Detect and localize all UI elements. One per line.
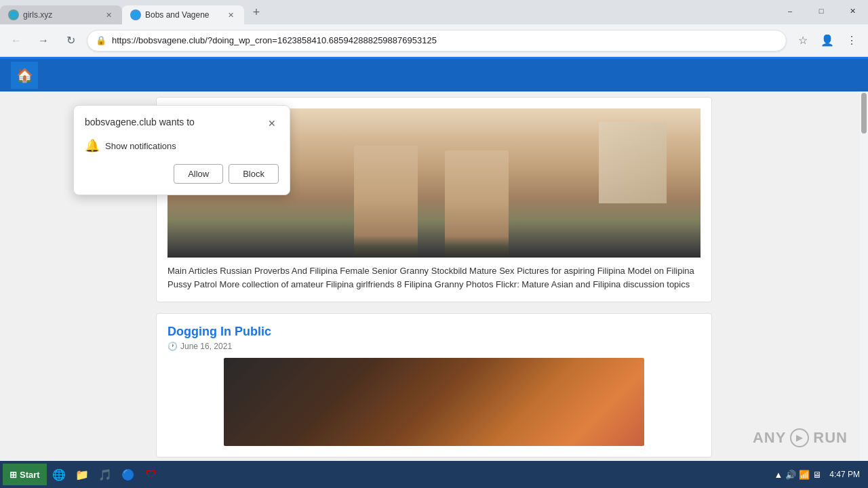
tab-bobs-vagene[interactable]: 🌐 Bobs and Vagene ✕ (122, 5, 244, 24)
start-button[interactable]: ⊞ Start (3, 464, 47, 485)
minimize-button[interactable]: – (774, 0, 806, 22)
tab-close-bobs[interactable]: ✕ (225, 9, 236, 20)
bell-icon: 🔔 (85, 138, 100, 153)
notification-popup: bobsvagene.club wants to ✕ 🔔 Show notifi… (73, 105, 290, 195)
clock-icon: 🕐 (167, 342, 178, 351)
menu-icon[interactable]: ⋮ (841, 30, 863, 52)
tab-title-bobs: Bobs and Vagene (145, 10, 221, 20)
start-icon: ⊞ (9, 470, 17, 480)
taskbar-security-icon[interactable]: 🛡 (140, 464, 162, 485)
taskbar-chrome-icon[interactable]: 🔵 (117, 464, 139, 485)
tab-close-girls[interactable]: ✕ (103, 9, 114, 20)
profile-icon[interactable]: 👤 (816, 30, 838, 52)
address-input[interactable]: 🔒 https://bobsvagene.club/?doing_wp_cron… (87, 30, 787, 52)
taskbar-ie-icon[interactable]: 🌐 (48, 464, 70, 485)
tray-network[interactable]: 📶 (799, 470, 810, 480)
system-tray: ▲ 🔊 📶 🖥 4:47 PM (774, 470, 865, 480)
lock-icon: 🔒 (96, 35, 106, 45)
taskbar-media-icon[interactable]: 🎵 (94, 464, 116, 485)
site-header: 🏠 (0, 59, 868, 92)
tray-chevron[interactable]: ▲ (774, 470, 783, 480)
back-button[interactable]: ← (5, 30, 27, 52)
chrome-window: 🌐 girls.xyz ✕ 🌐 Bobs and Vagene ✕ + – □ … (0, 0, 868, 488)
maximize-button[interactable]: □ (806, 0, 837, 22)
reload-button[interactable]: ↻ (60, 30, 81, 52)
start-label: Start (20, 470, 40, 480)
popup-buttons: Allow Block (85, 164, 279, 184)
address-text: https://bobsvagene.club/?doing_wp_cron=1… (112, 35, 778, 45)
block-button[interactable]: Block (229, 164, 279, 184)
home-icon[interactable]: 🏠 (11, 62, 38, 89)
taskbar-folder-icon[interactable]: 📁 (71, 464, 93, 485)
article-title-2[interactable]: Dogging In Public (167, 325, 701, 339)
scrollbar-thumb[interactable] (861, 93, 867, 134)
content-area: 🏠 Main Articl (0, 59, 868, 461)
close-button[interactable]: ✕ (837, 0, 868, 22)
allow-button[interactable]: Allow (174, 164, 223, 184)
new-tab-button[interactable]: + (247, 3, 266, 22)
article-date-2: 🕐 June 16, 2021 (167, 342, 701, 351)
popup-notification-row: 🔔 Show notifications (85, 138, 279, 153)
tray-volume[interactable]: 🔊 (785, 470, 796, 480)
notification-text: Show notifications (105, 141, 176, 151)
tab-favicon-bobs: 🌐 (130, 9, 141, 20)
popup-header: bobsvagene.club wants to ✕ (85, 117, 279, 130)
tab-favicon-girls: 🌐 (8, 9, 19, 20)
tab-girls-xyz[interactable]: 🌐 girls.xyz ✕ (0, 5, 122, 24)
address-bar: ← → ↻ 🔒 https://bobsvagene.club/?doing_w… (0, 24, 868, 57)
scrollbar-track (860, 59, 868, 461)
article-body-1: Main Articles Russian Proverbs And Filip… (167, 264, 701, 291)
title-bar: 🌐 girls.xyz ✕ 🌐 Bobs and Vagene ✕ + – □ … (0, 0, 868, 24)
toolbar-icons: ☆ 👤 ⋮ (792, 30, 863, 52)
tab-title-girls: girls.xyz (23, 10, 99, 20)
bookmark-icon[interactable]: ☆ (792, 30, 814, 52)
article-card-2: Dogging In Public 🕐 June 16, 2021 (156, 313, 712, 458)
popup-close-button[interactable]: ✕ (265, 117, 279, 130)
tray-monitor[interactable]: 🖥 (812, 470, 821, 480)
window-controls: – □ ✕ (774, 0, 868, 24)
taskbar: ⊞ Start 🌐 📁 🎵 🔵 🛡 ▲ 🔊 📶 🖥 4:47 PM (0, 461, 868, 488)
clock: 4:47 PM (824, 470, 865, 479)
popup-title: bobsvagene.club wants to (85, 117, 195, 127)
forward-button[interactable]: → (33, 30, 54, 52)
